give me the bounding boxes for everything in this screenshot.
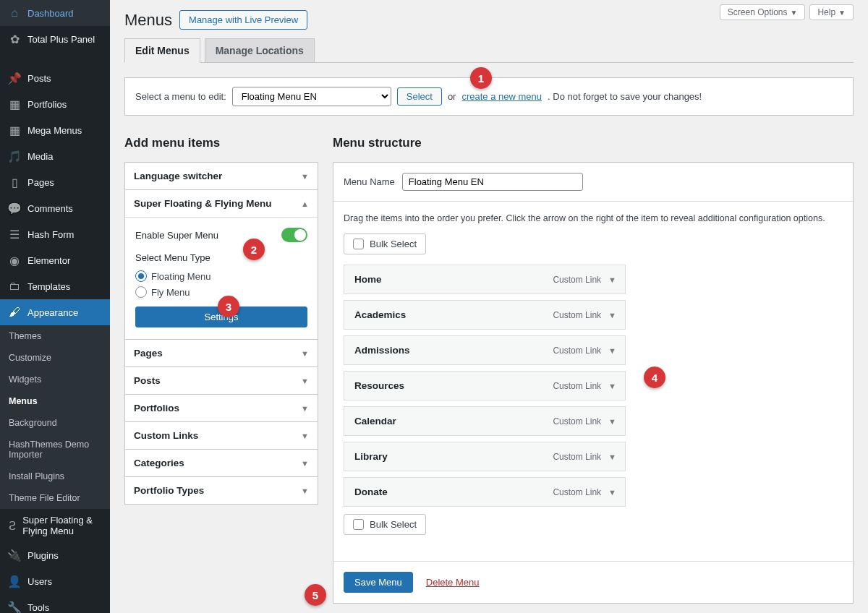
sidebar-item-label: Theme File Editor <box>9 493 80 503</box>
menu-item[interactable]: HomeCustom Link▼ <box>344 265 626 294</box>
sidebar-item-comments[interactable]: 💬Comments <box>0 195 110 221</box>
add-menu-items-column: Add menu items Language switcher▼ Super … <box>124 136 318 505</box>
chevron-down-icon[interactable]: ▼ <box>608 346 616 355</box>
pin-icon: 📌 <box>7 71 22 85</box>
admin-sidebar: ⌂Dashboard ✿Total Plus Panel 📌Posts ▦Por… <box>0 0 110 613</box>
sidebar-item-hashform[interactable]: ☰Hash Form <box>0 221 110 247</box>
menu-item-name: Home <box>354 274 382 285</box>
sidebar-item-label: HashThemes Demo Importer <box>9 440 104 460</box>
sidebar-item-label: Total Plus Panel <box>27 34 95 45</box>
menu-item[interactable]: AcademicsCustom Link▼ <box>344 300 626 330</box>
sidebar-sub-customize[interactable]: Customize <box>0 347 110 369</box>
panel-title: Posts <box>134 375 161 386</box>
delete-menu-link[interactable]: Delete Menu <box>426 577 480 588</box>
radio-icon <box>135 286 147 298</box>
save-menu-button[interactable]: Save Menu <box>344 572 413 593</box>
bulk-select-bottom[interactable]: Bulk Select <box>344 514 426 535</box>
sidebar-item-elementor[interactable]: ◉Elementor <box>0 247 110 273</box>
sidebar-sub-background[interactable]: Background <box>0 412 110 434</box>
panel-header[interactable]: Categories▼ <box>125 450 318 476</box>
checkbox-icon <box>353 239 364 249</box>
sidebar-item-mega-menus[interactable]: ▦Mega Menus <box>0 117 110 143</box>
menu-item-name: Library <box>354 451 388 462</box>
panel-title: Categories <box>134 458 184 468</box>
sidebar-item-label: Themes <box>9 331 41 341</box>
brush-icon: 🖌 <box>7 305 22 320</box>
button-label: Screen Options <box>728 7 788 17</box>
radio-fly[interactable]: Fly Menu <box>135 286 307 298</box>
sidebar-item-users[interactable]: 👤Users <box>0 568 110 594</box>
tab-manage-locations[interactable]: Manage Locations <box>205 38 315 63</box>
annotation-marker-1: 1 <box>470 67 492 89</box>
panel-header[interactable]: Pages▼ <box>125 340 318 366</box>
bulk-select-top[interactable]: Bulk Select <box>344 233 426 254</box>
sidebar-sub-widgets[interactable]: Widgets <box>0 369 110 390</box>
sidebar-item-total-plus[interactable]: ✿Total Plus Panel <box>0 26 110 52</box>
panel-header[interactable]: Posts▼ <box>125 367 318 394</box>
sidebar-item-media[interactable]: 🎵Media <box>0 143 110 169</box>
tab-edit-menus[interactable]: Edit Menus <box>124 38 200 63</box>
hint-text: Drag the items into the order you prefer… <box>344 213 843 223</box>
sidebar-item-tools[interactable]: 🔧Tools <box>0 594 110 613</box>
screen-options-button[interactable]: Screen Options▼ <box>720 4 806 20</box>
chevron-down-icon[interactable]: ▼ <box>608 382 616 390</box>
sidebar-sub-install-plugins[interactable]: Install Plugins <box>0 466 110 487</box>
menu-item[interactable]: ResourcesCustom Link▼ <box>344 371 626 400</box>
sidebar-item-pages[interactable]: ▯Pages <box>0 169 110 195</box>
menu-item-name: Academics <box>354 309 406 320</box>
help-button[interactable]: Help▼ <box>809 4 854 20</box>
chevron-down-icon[interactable]: ▼ <box>608 311 616 320</box>
menu-select[interactable]: Floating Menu EN <box>232 87 391 106</box>
sidebar-sub-demo-importer[interactable]: HashThemes Demo Importer <box>0 434 110 466</box>
menu-name-input[interactable] <box>402 173 583 191</box>
sidebar-sub-menus[interactable]: Menus <box>0 390 110 412</box>
sidebar-item-super-floating[interactable]: ƧSuper Floating & Flying Menu <box>0 509 110 542</box>
sidebar-item-label: Elementor <box>27 255 70 266</box>
annotation-marker-4: 4 <box>644 366 665 388</box>
menu-item[interactable]: CalendarCustom Link▼ <box>344 406 626 436</box>
sidebar-item-label: Tools <box>27 602 49 613</box>
sidebar-item-label: Menus <box>9 396 38 406</box>
panel-header[interactable]: Language switcher▼ <box>125 163 318 189</box>
sidebar-item-appearance[interactable]: 🖌Appearance <box>0 299 110 325</box>
select-button[interactable]: Select <box>397 87 442 106</box>
sidebar-item-label: Posts <box>27 73 51 84</box>
chevron-down-icon: ▼ <box>838 9 846 17</box>
chevron-down-icon[interactable]: ▼ <box>608 488 616 497</box>
panel-categories: Categories▼ <box>124 450 318 477</box>
panel-custom-links: Custom Links▼ <box>124 422 318 450</box>
menu-type-label: Select Menu Type <box>135 252 307 263</box>
panel-title: Super Floating & Flying Menu <box>134 198 272 209</box>
sidebar-sub-themes[interactable]: Themes <box>0 325 110 347</box>
chevron-down-icon[interactable]: ▼ <box>608 275 616 284</box>
sidebar-item-label: Mega Menus <box>27 125 82 136</box>
menu-item[interactable]: DonateCustom Link▼ <box>344 477 626 507</box>
panel-header[interactable]: Portfolio Types▼ <box>125 477 318 504</box>
panel-header[interactable]: Portfolios▼ <box>125 395 318 421</box>
panel-header[interactable]: Super Floating & Flying Menu▲ <box>125 190 318 217</box>
chevron-down-icon[interactable]: ▼ <box>608 417 616 426</box>
radio-floating[interactable]: Floating Menu <box>135 270 307 282</box>
menu-item[interactable]: AdmissionsCustom Link▼ <box>344 335 626 365</box>
panel-header[interactable]: Custom Links▼ <box>125 422 318 449</box>
sidebar-item-label: Plugins <box>27 550 59 561</box>
live-preview-button[interactable]: Manage with Live Preview <box>179 10 307 30</box>
sidebar-sub-theme-editor[interactable]: Theme File Editor <box>0 487 110 509</box>
menu-item-name: Donate <box>354 486 388 497</box>
sidebar-item-posts[interactable]: 📌Posts <box>0 65 110 91</box>
sidebar-item-label: Customize <box>9 353 51 363</box>
sidebar-item-portfolios[interactable]: ▦Portfolios <box>0 91 110 117</box>
sidebar-item-dashboard[interactable]: ⌂Dashboard <box>0 0 110 26</box>
panel-super-floating: Super Floating & Flying Menu▲ Enable Sup… <box>124 190 318 340</box>
sidebar-item-plugins[interactable]: 🔌Plugins <box>0 542 110 568</box>
menu-footer: Save Menu Delete Menu <box>333 561 853 603</box>
chevron-down-icon: ▼ <box>301 459 309 468</box>
menu-item[interactable]: LibraryCustom Link▼ <box>344 442 626 471</box>
enable-toggle[interactable] <box>281 228 307 242</box>
structure-heading: Menu structure <box>333 136 854 150</box>
chevron-down-icon[interactable]: ▼ <box>608 453 616 461</box>
sidebar-item-templates[interactable]: 🗀Templates <box>0 273 110 299</box>
media-icon: 🎵 <box>7 149 22 163</box>
grid-icon: ▦ <box>7 97 22 111</box>
create-menu-link[interactable]: create a new menu <box>461 91 542 102</box>
